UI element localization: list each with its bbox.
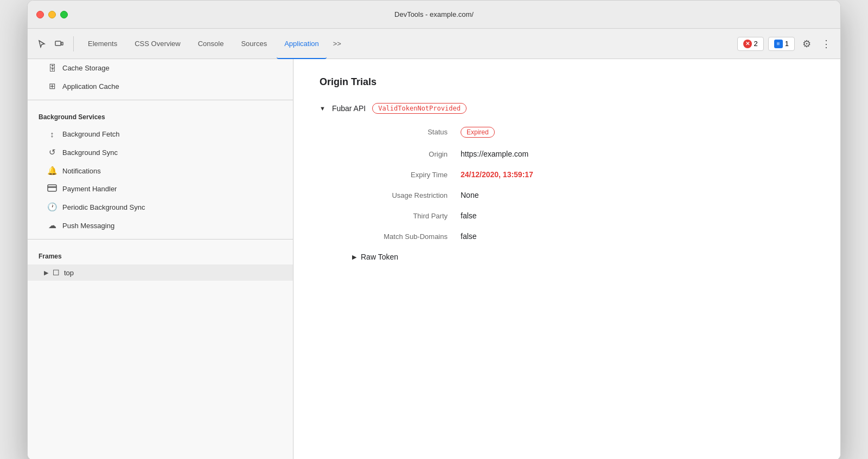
more-tabs-button[interactable]: >>	[329, 35, 346, 52]
collapse-triangle-icon[interactable]: ▼	[320, 105, 326, 112]
sidebar-item-background-fetch[interactable]: ↕ Background Fetch	[28, 125, 293, 143]
tab-css-overview[interactable]: CSS Overview	[127, 29, 188, 59]
sidebar: 🗄 Cache Storage ⊞ Application Cache Back…	[28, 59, 293, 459]
usage-restriction-label: Usage Restriction	[352, 191, 461, 199]
info-count: 1	[785, 40, 789, 48]
error-badge-button[interactable]: ✕ 2	[737, 37, 764, 51]
match-sub-domains-row: Match Sub-Domains false	[352, 232, 814, 241]
main-panel: Origin Trials ▼ Fubar API ValidTokenNotP…	[293, 59, 840, 459]
background-sync-icon: ↺	[47, 147, 57, 157]
status-row: Status Expired	[352, 127, 814, 138]
error-count: 2	[754, 40, 758, 48]
push-messaging-icon: ☁	[47, 221, 57, 230]
tab-sources[interactable]: Sources	[233, 29, 275, 59]
more-options-icon[interactable]: ⋮	[819, 36, 834, 51]
toolbar: Elements CSS Overview Console Sources Ap…	[28, 29, 840, 59]
sidebar-item-label: Periodic Background Sync	[62, 203, 145, 211]
origin-row: Origin https://example.com	[352, 150, 814, 158]
sidebar-item-notifications[interactable]: 🔔 Notifications	[28, 161, 293, 180]
third-party-row: Third Party false	[352, 211, 814, 220]
sidebar-item-label: Push Messaging	[62, 222, 114, 230]
third-party-value: false	[461, 211, 477, 220]
sidebar-item-label: Payment Handler	[62, 185, 117, 193]
devtools-window: DevTools - example.com/ Elements CSS Ove…	[27, 0, 841, 459]
sidebar-item-payment-handler[interactable]: Payment Handler	[28, 180, 293, 198]
titlebar: DevTools - example.com/	[28, 1, 840, 29]
status-label: Status	[352, 128, 461, 136]
maximize-button[interactable]	[60, 11, 68, 18]
settings-icon[interactable]: ⚙	[799, 36, 814, 51]
sidebar-item-application-cache[interactable]: ⊞ Application Cache	[28, 77, 293, 95]
status-badge: Expired	[461, 127, 495, 138]
close-button[interactable]	[36, 11, 44, 18]
background-fetch-icon: ↕	[47, 130, 57, 139]
background-services-label: Background Services	[28, 105, 293, 125]
raw-token-label: Raw Token	[361, 253, 398, 261]
raw-token-expand-icon[interactable]: ▶	[352, 254, 356, 261]
token-not-provided-badge: ValidTokenNotProvided	[372, 103, 467, 114]
notifications-icon: 🔔	[47, 166, 57, 176]
frames-label: Frames	[28, 244, 293, 264]
match-sub-domains-value: false	[461, 232, 477, 241]
sidebar-item-push-messaging[interactable]: ☁ Push Messaging	[28, 216, 293, 235]
page-title: Origin Trials	[320, 76, 814, 88]
info-icon: ≡	[774, 40, 783, 48]
device-icon[interactable]	[52, 36, 67, 51]
usage-restriction-value: None	[461, 191, 478, 199]
window-title: DevTools - example.com/	[394, 10, 474, 18]
cache-storage-icon: 🗄	[47, 63, 57, 73]
sidebar-item-label: Application Cache	[62, 82, 119, 90]
info-badge-button[interactable]: ≡ 1	[768, 37, 795, 51]
toolbar-right: ✕ 2 ≡ 1 ⚙ ⋮	[737, 36, 834, 51]
payment-handler-icon	[47, 184, 57, 193]
tab-console[interactable]: Console	[190, 29, 232, 59]
svg-rect-0	[55, 41, 61, 46]
api-row: ▼ Fubar API ValidTokenNotProvided	[320, 103, 814, 114]
detail-table: Status Expired Origin https://example.co…	[352, 127, 814, 241]
content-area: 🗄 Cache Storage ⊞ Application Cache Back…	[28, 59, 840, 459]
svg-rect-1	[61, 42, 63, 45]
match-sub-domains-label: Match Sub-Domains	[352, 232, 461, 241]
third-party-label: Third Party	[352, 212, 461, 220]
origin-label: Origin	[352, 150, 461, 158]
application-cache-icon: ⊞	[47, 81, 57, 91]
api-name-label: Fubar API	[332, 104, 366, 113]
sidebar-item-periodic-background-sync[interactable]: 🕐 Periodic Background Sync	[28, 198, 293, 216]
frame-icon: ☐	[53, 268, 60, 277]
traffic-lights	[36, 11, 68, 18]
sidebar-divider-2	[28, 239, 293, 240]
sidebar-item-cache-storage[interactable]: 🗄 Cache Storage	[28, 59, 293, 77]
sidebar-divider-1	[28, 100, 293, 100]
expiry-time-label: Expiry Time	[352, 171, 461, 179]
tab-elements[interactable]: Elements	[80, 29, 125, 59]
sidebar-item-label: Cache Storage	[62, 64, 110, 72]
origin-value: https://example.com	[461, 150, 528, 158]
raw-token-row: ▶ Raw Token	[352, 253, 814, 261]
cursor-icon[interactable]	[34, 36, 49, 51]
expiry-time-row: Expiry Time 24/12/2020, 13:59:17	[352, 170, 814, 179]
svg-rect-3	[48, 186, 56, 188]
minimize-button[interactable]	[48, 11, 56, 18]
sidebar-item-label: Background Sync	[62, 148, 118, 157]
toolbar-icon-group	[34, 36, 74, 51]
sidebar-item-frames-top[interactable]: ▶ ☐ top	[28, 264, 293, 281]
sidebar-item-label: Notifications	[62, 167, 101, 175]
tab-application[interactable]: Application	[277, 29, 327, 59]
error-icon: ✕	[743, 40, 752, 48]
usage-restriction-row: Usage Restriction None	[352, 191, 814, 199]
expand-triangle-icon: ▶	[44, 269, 48, 276]
svg-rect-2	[48, 185, 56, 191]
frame-label: top	[64, 269, 74, 277]
periodic-background-sync-icon: 🕐	[47, 202, 57, 212]
sidebar-item-background-sync[interactable]: ↺ Background Sync	[28, 143, 293, 161]
expiry-time-value: 24/12/2020, 13:59:17	[461, 170, 533, 179]
sidebar-item-label: Background Fetch	[62, 130, 120, 138]
